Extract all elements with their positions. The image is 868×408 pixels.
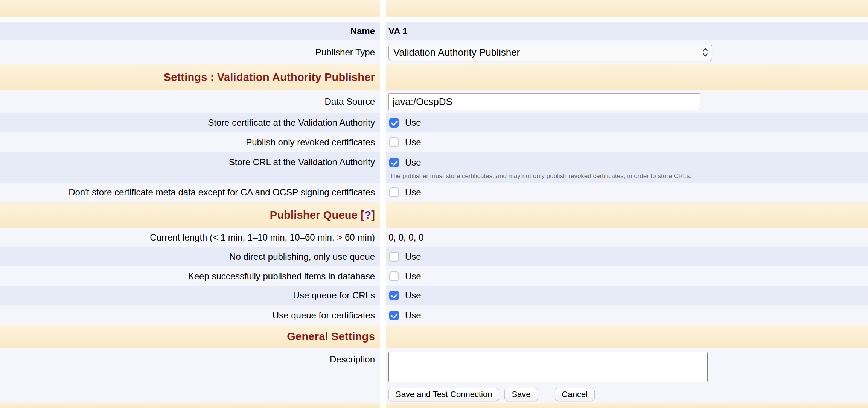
- name-value: VA 1: [388, 26, 408, 37]
- description-textarea[interactable]: [388, 352, 708, 382]
- save-and-test-connection-button[interactable]: Save and Test Connection: [388, 388, 499, 401]
- use-queue-crls-label: Use queue for CRLs: [293, 290, 375, 301]
- general-settings-section-title: General Settings: [287, 330, 375, 343]
- row-data-source: Data Source: [0, 90, 868, 113]
- name-label: Name: [350, 26, 375, 37]
- row-use-queue-certificates: Use queue for certificates Use: [0, 305, 868, 325]
- row-name: Name VA 1: [0, 22, 868, 40]
- current-length-label: Current length (< 1 min, 1–10 min, 10–60…: [150, 232, 375, 243]
- use-label: Use: [405, 290, 421, 301]
- cancel-button[interactable]: Cancel: [555, 388, 595, 401]
- store-crl-label: Store CRL at the Validation Authority: [229, 157, 375, 167]
- publisher-type-select-wrap: Validation Authority Publisher: [388, 44, 712, 61]
- store-certificate-label: Store certificate at the Validation Auth…: [208, 117, 375, 128]
- row-current-length: Current length (< 1 min, 1–10 min, 10–60…: [0, 228, 868, 247]
- use-label: Use: [405, 137, 421, 148]
- row-publisher-type: Publisher Type Validation Authority Publ…: [0, 40, 868, 64]
- dont-store-meta-checkbox[interactable]: [389, 187, 399, 197]
- store-certificate-checkbox[interactable]: [389, 118, 399, 128]
- use-queue-certificates-checkbox[interactable]: [389, 311, 399, 320]
- publish-only-revoked-checkbox[interactable]: [389, 137, 399, 147]
- row-keep-published-items: Keep successfully published items in dat…: [0, 266, 868, 286]
- row-spacer: [0, 17, 868, 22]
- publisher-type-label: Publisher Type: [315, 47, 375, 58]
- use-queue-certificates-label: Use queue for certificates: [273, 310, 375, 321]
- use-label: Use: [405, 187, 421, 198]
- use-queue-crls-checkbox[interactable]: [389, 291, 399, 300]
- store-crl-hint: The publisher must store certificates, a…: [390, 172, 691, 180]
- publisher-queue-help-link[interactable]: ?: [364, 209, 371, 221]
- use-label: Use: [405, 117, 421, 128]
- current-length-value: 0, 0, 0, 0: [388, 232, 423, 243]
- no-direct-publishing-label: No direct publishing, only use queue: [229, 251, 375, 262]
- use-label: Use: [405, 157, 421, 168]
- publish-only-revoked-label: Publish only revoked certificates: [246, 137, 375, 148]
- section-header-general-settings: General Settings: [0, 325, 868, 348]
- settings-section-title: Settings : Validation Authority Publishe…: [164, 71, 375, 84]
- keep-published-items-checkbox[interactable]: [389, 271, 399, 281]
- store-crl-checkbox[interactable]: [389, 158, 399, 167]
- keep-published-items-label: Keep successfully published items in dat…: [188, 271, 375, 282]
- publisher-type-select[interactable]: Validation Authority Publisher: [388, 44, 712, 61]
- row-description: Description: [0, 348, 868, 386]
- row-store-certificate: Store certificate at the Validation Auth…: [0, 113, 868, 132]
- data-source-input[interactable]: [388, 93, 700, 110]
- row-publish-only-revoked: Publish only revoked certificates Use: [0, 132, 868, 152]
- dont-store-meta-label: Don't store certificate meta data except…: [69, 187, 375, 198]
- top-band-right: [386, 0, 868, 17]
- save-button[interactable]: Save: [504, 388, 538, 401]
- section-header-settings: Settings : Validation Authority Publishe…: [0, 64, 868, 90]
- use-label: Use: [405, 310, 421, 321]
- data-source-label: Data Source: [325, 96, 375, 107]
- section-header-publisher-queue: Publisher Queue [?]: [0, 202, 868, 228]
- use-label: Use: [405, 251, 421, 262]
- bottom-band: [0, 403, 868, 408]
- bracket-close: ]: [371, 209, 375, 221]
- no-direct-publishing-checkbox[interactable]: [389, 252, 399, 262]
- bracket-open: [: [361, 209, 364, 221]
- publisher-queue-section-title: Publisher Queue [?]: [270, 209, 375, 221]
- row-use-queue-crls: Use queue for CRLs Use: [0, 286, 868, 305]
- top-band: [0, 0, 868, 17]
- row-store-crl: Store CRL at the Validation Authority Us…: [0, 152, 868, 183]
- top-band-left: [0, 0, 380, 17]
- row-no-direct-publishing: No direct publishing, only use queue Use: [0, 247, 868, 266]
- description-label: Description: [330, 354, 375, 365]
- use-label: Use: [405, 271, 421, 282]
- row-dont-store-meta: Don't store certificate meta data except…: [0, 183, 868, 202]
- row-buttons: Save and Test Connection Save Cancel: [0, 386, 868, 403]
